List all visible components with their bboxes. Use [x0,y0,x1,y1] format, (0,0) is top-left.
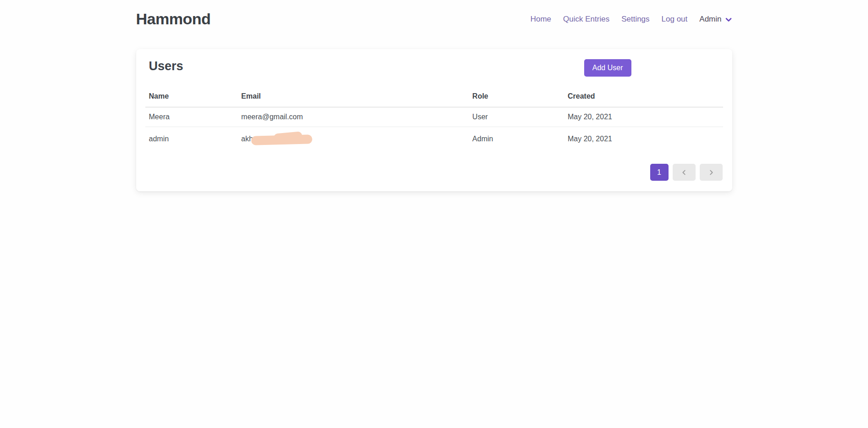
main-nav: Home Quick Entries Settings Log out Admi… [531,15,732,24]
chevron-down-icon [725,16,732,23]
pagination: 1 [145,164,723,181]
table-header-row: Name Email Role Created [145,89,723,107]
cell-created: May 20, 2021 [564,127,723,151]
cell-name: Meera [145,107,238,127]
nav-item-settings[interactable]: Settings [621,15,649,24]
column-header-name: Name [145,89,238,107]
cell-role: User [469,107,564,127]
cell-name: admin [145,127,238,151]
users-card: Users Add User Name Email Role Created M… [136,49,732,191]
user-menu[interactable]: Admin [699,15,732,24]
user-menu-label: Admin [699,15,721,24]
nav-item-home[interactable]: Home [531,15,551,24]
cell-created: May 20, 2021 [564,107,723,127]
cell-email: akh [238,127,469,151]
column-header-role: Role [469,89,564,107]
main-content: Users Add User Name Email Role Created M… [0,36,868,191]
column-header-email: Email [238,89,469,107]
card-header: Users Add User [145,57,723,78]
nav-item-quick-entries[interactable]: Quick Entries [563,15,609,24]
top-navbar: Hammond Home Quick Entries Settings Log … [0,0,868,36]
cell-role: Admin [469,127,564,151]
page-title: Users [149,59,183,73]
add-user-button[interactable]: Add User [584,59,631,77]
table-row: Meera meera@gmail.com User May 20, 2021 [145,107,723,127]
table-row: admin akh Admin May 20, 2021 [145,127,723,151]
users-table: Name Email Role Created Meera meera@gmai… [145,89,723,151]
page-1-button[interactable]: 1 [650,164,669,181]
cell-email: meera@gmail.com [238,107,469,127]
column-header-created: Created [564,89,723,107]
brand-logo[interactable]: Hammond [136,10,211,28]
next-page-button[interactable] [700,164,723,181]
nav-item-logout[interactable]: Log out [662,15,688,24]
chevron-left-icon [681,169,687,176]
prev-page-button[interactable] [673,164,696,181]
chevron-right-icon [708,169,714,176]
redaction-scribble [251,133,312,145]
